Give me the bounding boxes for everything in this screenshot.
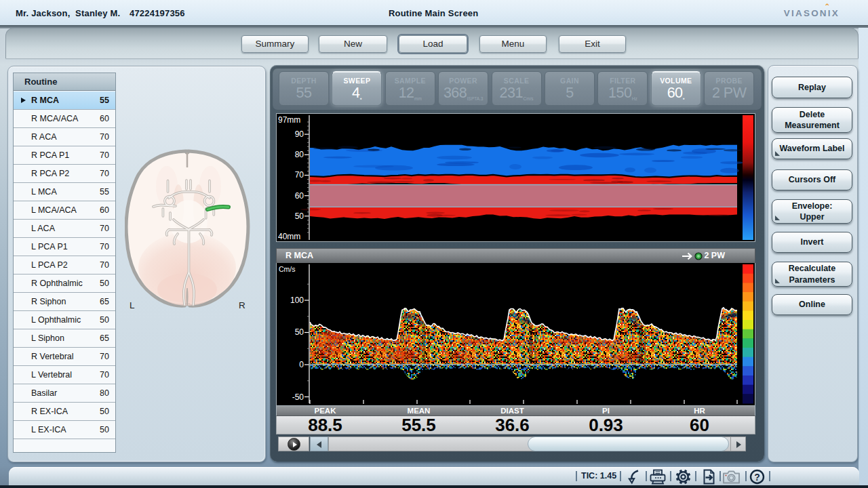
svg-text:70: 70 — [295, 170, 304, 180]
svg-text:97mm: 97mm — [278, 115, 300, 125]
svg-text:0: 0 — [299, 360, 304, 369]
svg-text:Cm/s: Cm/s — [279, 265, 296, 273]
svg-text:100: 100 — [290, 296, 304, 305]
svg-text:?: ? — [754, 472, 760, 483]
svg-text:80: 80 — [295, 150, 304, 159]
svg-text:60: 60 — [295, 191, 304, 201]
svg-text:50: 50 — [295, 327, 304, 337]
svg-text:50: 50 — [295, 211, 304, 221]
svg-text:40mm: 40mm — [278, 232, 300, 241]
svg-text:-50: -50 — [292, 392, 304, 402]
svg-text:90: 90 — [295, 129, 304, 139]
